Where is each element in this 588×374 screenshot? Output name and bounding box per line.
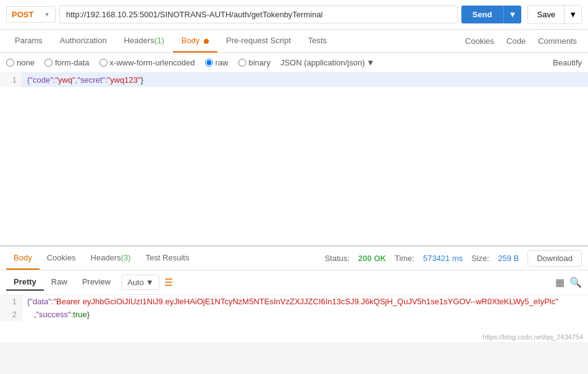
tab-prerequest[interactable]: Pre-request Script	[217, 30, 300, 52]
json-dropdown-arrow-icon: ▼	[366, 58, 374, 67]
status-value: 200 OK	[358, 254, 386, 263]
radio-none[interactable]: none	[6, 58, 35, 67]
radio-form-data[interactable]: form-data	[44, 58, 90, 67]
search-icon[interactable]: 🔍	[569, 276, 582, 288]
json-type-dropdown[interactable]: JSON (application/json) ▼	[280, 58, 374, 67]
save-dropdown-button[interactable]: ▼	[564, 6, 581, 23]
resp-line-content-2: ,"success":true}	[22, 308, 588, 321]
response-tab-body[interactable]: Body	[6, 247, 40, 270]
tab-code[interactable]: Code	[502, 30, 531, 52]
tab-comments[interactable]: Comments	[533, 30, 582, 52]
format-preview[interactable]: Preview	[75, 274, 118, 291]
resp-line-num-1: 1	[0, 295, 22, 308]
send-button[interactable]: Send	[461, 6, 503, 23]
tab-headers[interactable]: Headers(1)	[116, 30, 173, 52]
tab-body[interactable]: Body	[173, 30, 217, 52]
body-options-bar: none form-data x-www-form-urlencoded raw…	[0, 53, 588, 73]
response-panel: Body Cookies Headers(3) Test Results Sta…	[0, 246, 588, 342]
url-bar: POST ▼ Send ▼ Save ▼	[0, 0, 588, 30]
watermark: https://blog.csdn.net/qq_2434754	[0, 332, 588, 342]
format-right-icons: ▦ 🔍	[555, 276, 582, 288]
method-arrow-icon: ▼	[44, 11, 50, 18]
url-input[interactable]	[59, 6, 458, 23]
size-label: Size:	[471, 254, 489, 263]
response-line-2: 2 ,"success":true}	[0, 308, 588, 321]
format-raw[interactable]: Raw	[44, 274, 75, 291]
response-tab-nav: Body Cookies Headers(3) Test Results Sta…	[0, 247, 588, 270]
format-bar: Pretty Raw Preview Auto ▼ ☰ ▦ 🔍	[0, 270, 588, 295]
resp-line-num-2: 2	[0, 308, 22, 321]
resp-data-value: "Bearer eyJhbGciOiJIUzI1NiJ9.eyJleHAiOjE…	[54, 297, 558, 306]
status-info: Status: 200 OK Time: 573421 ms Size: 259…	[325, 250, 582, 267]
response-tab-test-results[interactable]: Test Results	[138, 247, 197, 270]
radio-raw[interactable]: raw	[205, 58, 229, 67]
line-number-1: 1	[0, 73, 22, 87]
resp-line-content-1: {"data":"Bearer eyJhbGciOiJIUzI1NiJ9.eyJ…	[22, 295, 588, 308]
time-value: 573421 ms	[423, 254, 463, 263]
copy-icon[interactable]: ▦	[555, 276, 565, 288]
response-content-editor: 1 {"data":"Bearer eyJhbGciOiJIUzI1NiJ9.e…	[0, 295, 588, 332]
download-button[interactable]: Download	[527, 250, 582, 267]
request-body-editor[interactable]: 1 {"code":"ywq","secret":"ywq123"}	[0, 73, 588, 246]
code-content-1: {"code":"ywq","secret":"ywq123"}	[22, 73, 588, 87]
response-tab-cookies[interactable]: Cookies	[40, 247, 83, 270]
beautify-button[interactable]: Beautify	[553, 58, 582, 67]
method-select[interactable]: POST ▼	[6, 6, 56, 23]
tab-tests[interactable]: Tests	[300, 30, 335, 52]
time-label: Time:	[395, 254, 414, 263]
tab-authorization[interactable]: Authorization	[51, 30, 116, 52]
status-label: Status:	[325, 254, 350, 263]
radio-urlencoded[interactable]: x-www-form-urlencoded	[99, 58, 195, 67]
code-line-1: 1 {"code":"ywq","secret":"ywq123"}	[0, 73, 588, 87]
save-button[interactable]: Save	[528, 6, 564, 23]
tab-params[interactable]: Params	[6, 30, 51, 52]
response-line-1: 1 {"data":"Bearer eyJhbGciOiJIUzI1NiJ9.e…	[0, 295, 588, 308]
method-value: POST	[12, 10, 33, 19]
auto-dropdown-arrow-icon: ▼	[146, 278, 154, 287]
save-btn-group: Save ▼	[527, 5, 582, 24]
tab-cookies[interactable]: Cookies	[460, 30, 499, 52]
radio-binary[interactable]: binary	[238, 58, 271, 67]
send-btn-group: Send ▼	[461, 6, 522, 23]
response-tab-headers[interactable]: Headers(3)	[83, 247, 138, 270]
size-value: 259 B	[498, 254, 519, 263]
format-pretty[interactable]: Pretty	[6, 274, 44, 291]
tab-right-actions: Cookies Code Comments	[460, 30, 582, 52]
format-lines-icon[interactable]: ☰	[164, 276, 173, 288]
send-dropdown-button[interactable]: ▼	[503, 6, 522, 23]
request-tab-nav: Params Authorization Headers(1) Body Pre…	[0, 30, 588, 53]
body-dot-icon	[204, 39, 209, 44]
format-auto-dropdown[interactable]: Auto ▼	[122, 275, 159, 290]
